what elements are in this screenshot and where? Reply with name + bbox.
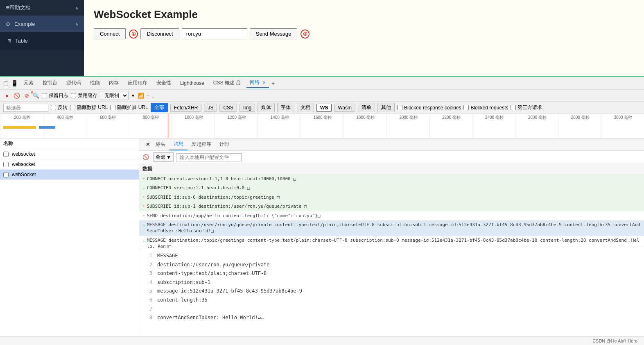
network-item-2[interactable]: websocket bbox=[0, 159, 139, 170]
tab-css-overview[interactable]: CSS 概述 吕 bbox=[210, 78, 244, 88]
detail-panel: ✕ 标头 消息 发起程序 计时 🚫 全部 ▼ 数据 ↑ bbox=[139, 138, 644, 336]
filter-js[interactable]: JS bbox=[204, 104, 217, 112]
throttle-dropdown[interactable]: 无限制 bbox=[100, 91, 129, 100]
table-icon: ⊞ bbox=[7, 38, 11, 43]
preserve-log-checkbox[interactable]: 保留日志 bbox=[42, 92, 68, 99]
tab-elements[interactable]: 元素 bbox=[20, 78, 37, 88]
tab-sources[interactable]: 源代码 bbox=[63, 78, 84, 88]
timeline-label-1600: 1600 毫秒 bbox=[301, 114, 343, 138]
third-party-checkbox[interactable]: 第三方请求 bbox=[511, 104, 542, 111]
clear-button[interactable]: 🚫 bbox=[13, 92, 20, 99]
msg-text-6: MESSAGE destination:/user/ron.yu/queue/p… bbox=[147, 222, 641, 234]
wifi-icon[interactable]: 📶 bbox=[138, 93, 144, 99]
sidebar-item-table-label: Table bbox=[15, 38, 28, 44]
connect-button[interactable]: Connect bbox=[94, 28, 126, 39]
device-icon[interactable]: 📱 bbox=[11, 80, 18, 86]
filter-fetch-xhr[interactable]: Fetch/XHR bbox=[170, 104, 202, 112]
devtools-top-toolbar: ⬚ 📱 元素 控制台 源代码 性能 内存 应用程序 安全性 Lighthouse… bbox=[0, 77, 644, 90]
timeline-label-1000: 1000 毫秒 bbox=[172, 114, 215, 138]
data-label: 数据 bbox=[139, 164, 644, 175]
filter-other[interactable]: 其他 bbox=[377, 103, 395, 112]
messages-clear-icon[interactable]: 🚫 bbox=[142, 154, 149, 160]
code-line-8: 8 convertAndSendToUser: Hello World!↵… bbox=[146, 313, 637, 322]
invert-checkbox[interactable]: 反转 bbox=[51, 104, 68, 111]
filter-font[interactable]: 字体 bbox=[277, 103, 294, 112]
sidebar-item-example[interactable]: ⊙ Example ∧ bbox=[0, 16, 84, 32]
upload-icon[interactable]: ↑ bbox=[147, 93, 149, 99]
network-item-checkbox-1[interactable] bbox=[3, 152, 9, 157]
message-row-2[interactable]: ↓ CONNECTED version:1.1 heart-beat:0,0 □ bbox=[139, 184, 644, 193]
network-item-checkbox-3[interactable] bbox=[3, 172, 9, 177]
inspect-icon[interactable]: ⬚ bbox=[3, 80, 9, 86]
message-row-7[interactable]: ↓ MESSAGE destination:/topic/greetings c… bbox=[139, 236, 644, 248]
network-item-3[interactable]: webSocket bbox=[0, 170, 139, 180]
network-list: 名称 websocket websocket webSocket bbox=[0, 138, 139, 336]
devtools: ⬚ 📱 元素 控制台 源代码 性能 内存 应用程序 安全性 Lighthouse… bbox=[0, 76, 644, 336]
code-line-1: 1 MESSAGE bbox=[146, 252, 637, 261]
message-input[interactable] bbox=[182, 28, 247, 39]
tab-add[interactable]: + bbox=[271, 80, 275, 86]
blocked-cookies-checkbox[interactable]: Blocked response cookies bbox=[397, 105, 461, 111]
detail-tab-initiator[interactable]: 发起程序 bbox=[188, 139, 215, 150]
filter-all[interactable]: 全部 bbox=[151, 103, 168, 112]
message-row-6[interactable]: ↓ MESSAGE destination:/user/ron.yu/queue… bbox=[139, 220, 644, 236]
devtools-body: 名称 websocket websocket webSocket ✕ 标头 消息… bbox=[0, 138, 644, 336]
tab-memory[interactable]: 内存 bbox=[106, 78, 122, 88]
msg-text-5: SEND destination:/app/hello content-leng… bbox=[147, 213, 321, 219]
throttle-arrow: ▼ bbox=[131, 93, 135, 98]
tab-network-close[interactable]: ✕ bbox=[262, 80, 266, 85]
network-item-checkbox-2[interactable] bbox=[3, 162, 9, 167]
message-row-3[interactable]: ↑ SUBSCRIBE id:sub-0 destination:/topic/… bbox=[139, 193, 644, 202]
detail-tab-timing[interactable]: 计时 bbox=[215, 139, 233, 150]
tab-application[interactable]: 应用程序 bbox=[124, 78, 151, 88]
tab-security[interactable]: 安全性 bbox=[153, 78, 174, 88]
tab-network[interactable]: 网络 ✕ bbox=[246, 78, 269, 88]
msg-arrow-2: ↓ bbox=[142, 185, 145, 191]
sidebar: ≡ 帮助文档 ∧ ⊙ Example ∧ ⊞ Table bbox=[0, 0, 84, 76]
tab-performance[interactable]: 性能 bbox=[87, 78, 103, 88]
sidebar-header-label: 帮助文档 bbox=[9, 4, 31, 11]
timeline-label-2000: 2000 毫秒 bbox=[386, 114, 429, 138]
detail-tab-messages[interactable]: 消息 bbox=[169, 138, 188, 150]
timeline-label-1800: 1800 毫秒 bbox=[343, 114, 386, 138]
timeline-label-1400: 1400 毫秒 bbox=[258, 114, 301, 138]
timeline-bar-yellow bbox=[3, 126, 36, 129]
filter-input[interactable] bbox=[3, 104, 48, 112]
filter-media[interactable]: 媒体 bbox=[258, 103, 275, 112]
filter-img[interactable]: Img bbox=[240, 104, 255, 112]
filter-ws[interactable]: WS bbox=[316, 104, 332, 112]
hide-data-url-checkbox[interactable]: 隐藏数据 URL bbox=[70, 104, 108, 111]
search-icon[interactable]: 🔍 bbox=[33, 93, 39, 99]
main-content: WebSocket Example Connect ① Disconnect S… bbox=[84, 0, 644, 76]
disable-cache-checkbox[interactable]: 禁用缓存 bbox=[71, 92, 97, 99]
close-detail-icon[interactable]: ✕ bbox=[144, 141, 151, 148]
blocked-requests-checkbox[interactable]: Blocked requests bbox=[463, 105, 508, 111]
timeline-bar-blue bbox=[39, 126, 55, 129]
messages-dropdown[interactable]: 全部 ▼ bbox=[153, 152, 174, 162]
filter-css[interactable]: CSS bbox=[219, 104, 237, 112]
network-item-1[interactable]: websocket bbox=[0, 149, 139, 159]
tab-lighthouse[interactable]: Lighthouse bbox=[177, 79, 208, 87]
filter-doc[interactable]: 文档 bbox=[297, 103, 314, 112]
messages-list: ↑ CONNECT accept-version:1.1,1.0 heart-b… bbox=[139, 175, 644, 248]
filter-wasm[interactable]: Wasm bbox=[334, 104, 355, 112]
detail-tab-headers[interactable]: 标头 bbox=[151, 139, 169, 150]
error-button[interactable]: ⊘9 bbox=[23, 92, 30, 99]
record-button[interactable]: ● bbox=[3, 92, 11, 99]
msg-text-2: CONNECTED version:1.1 heart-beat:0,0 □ bbox=[147, 185, 250, 191]
tab-console[interactable]: 控制台 bbox=[39, 78, 61, 88]
message-row-1[interactable]: ↑ CONNECT accept-version:1.1,1.0 heart-b… bbox=[139, 175, 644, 184]
sidebar-item-table[interactable]: ⊞ Table bbox=[0, 32, 84, 50]
filter-manifest[interactable]: 清单 bbox=[358, 103, 375, 112]
message-row-5[interactable]: ↑ SEND destination:/app/hello content-le… bbox=[139, 211, 644, 220]
timeline-label-1200: 1200 毫秒 bbox=[215, 114, 258, 138]
message-row-4[interactable]: ↑ SUBSCRIBE id:sub-1 destination:/user/r… bbox=[139, 202, 644, 211]
disconnect-button[interactable]: Disconnect bbox=[140, 28, 179, 39]
download-icon[interactable]: ↓ bbox=[151, 93, 154, 99]
devtools-toolbar2: ● 🚫 ⊘9 🔍 保留日志 禁用缓存 无限制 ▼ 📶 ↑ ↓ bbox=[0, 90, 644, 102]
timeline-label-3000: 3000 毫秒 bbox=[601, 114, 644, 138]
messages-filter-input[interactable] bbox=[176, 153, 242, 161]
sidebar-header[interactable]: ≡ 帮助文档 ∧ bbox=[0, 0, 84, 16]
hide-extension-checkbox[interactable]: 隐藏扩展 URL bbox=[110, 104, 148, 111]
send-message-button[interactable]: Send Message bbox=[250, 28, 298, 39]
